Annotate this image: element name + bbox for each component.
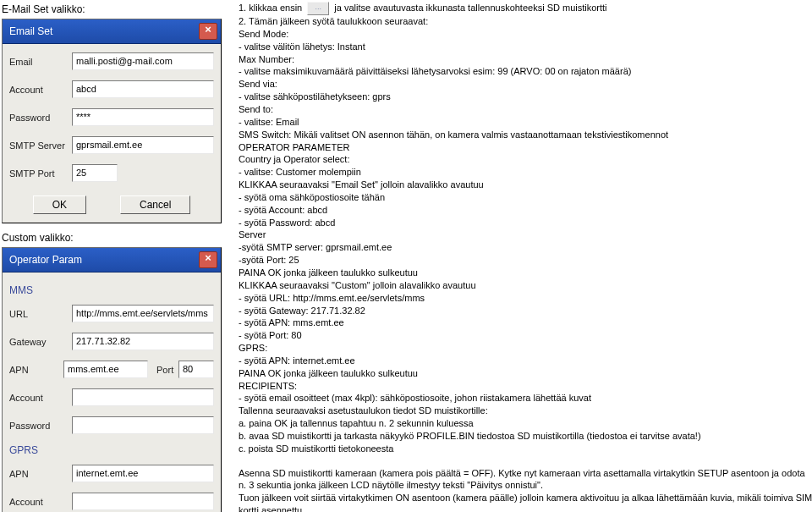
label-apn: APN xyxy=(9,365,63,375)
instruction-line: PAINA OK jonka jälkeen taulukko sulkeutu… xyxy=(239,367,812,380)
label-port: Port xyxy=(156,365,178,375)
mms-heading: MMS xyxy=(9,284,214,296)
instruction-list-b: Asenna SD muistikortti kameraan (kamera … xyxy=(239,467,812,512)
label-smtp-port: SMTP Port xyxy=(9,168,72,179)
instruction-line: - valitse sähköpostilähetykseen: gprs xyxy=(239,91,812,103)
instruction-line: - syötä Password: abcd xyxy=(239,217,812,229)
instruction-line: -syötä Port: 25 xyxy=(239,254,812,267)
instruction-line: Country ja Operator select: xyxy=(239,153,812,166)
custom-caption: Custom valikko: xyxy=(2,232,230,244)
smtp-server-field[interactable]: gprsmail.emt.ee xyxy=(72,136,214,154)
instruction-line: KLIKKAA seuraavaksi "Custom" jolloin ala… xyxy=(239,279,812,292)
email-field[interactable]: malli.posti@g-mail.com xyxy=(72,52,214,70)
instruction-line: Asenna SD muistikortti kameraan (kamera … xyxy=(239,467,812,493)
instruction-line: RECIPIENTS: xyxy=(239,380,812,393)
instruction-line: Tuon jälkeen voit siirtää virtakytkimen … xyxy=(239,492,812,512)
url-field[interactable]: http://mms.emt.ee/servlets/mms xyxy=(72,305,214,322)
gprs-account-field[interactable] xyxy=(72,493,214,510)
instruction-line: GPRS: xyxy=(239,342,812,355)
account-field[interactable]: abcd xyxy=(72,80,214,98)
close-icon[interactable]: × xyxy=(199,23,217,40)
email-set-caption: E-Mail Set valikko: xyxy=(2,3,230,15)
instruction-line: -syötä SMTP server: gprsmail.emt.ee xyxy=(239,241,812,254)
mms-password-field[interactable] xyxy=(72,416,214,434)
label-email: Email xyxy=(9,57,72,67)
ok-button[interactable]: OK xyxy=(33,195,86,214)
step-1: 1. klikkaa ensin … ja valitse avautuvast… xyxy=(239,2,812,15)
smtp-port-field[interactable]: 25 xyxy=(72,164,118,182)
email-set-body: Email malli.posti@g-mail.com Account abc… xyxy=(3,44,221,223)
instruction-line: - syötä email osoitteet (max 4kpl): sähk… xyxy=(239,392,812,405)
label-mms-account: Account xyxy=(9,393,72,403)
label-gprs-account: Account xyxy=(9,497,72,507)
cancel-button[interactable]: Cancel xyxy=(120,195,190,214)
operator-window: Operator Param × MMS URL http://mms.emt.… xyxy=(2,247,222,512)
instructions: 1. klikkaa ensin … ja valitse avautuvast… xyxy=(230,2,812,512)
instruction-line: - syötä URL: http://mms.emt.ee/servlets/… xyxy=(239,292,812,305)
instruction-line: a. paina OK ja tallennus tapahtuu n. 2 s… xyxy=(239,417,812,430)
email-set-window: Email Set × Email malli.posti@g-mail.com… xyxy=(2,19,222,223)
label-gateway: Gateway xyxy=(9,337,72,347)
instruction-line: OPERATOR PARAMETER xyxy=(239,141,812,154)
instruction-line: b. avaa SD muistikortti ja tarkasta näky… xyxy=(239,430,812,443)
instruction-line: Send via: xyxy=(239,78,812,91)
email-set-title: Email Set xyxy=(9,25,199,37)
operator-titlebar: Operator Param × xyxy=(3,248,221,273)
label-url: URL xyxy=(9,309,72,319)
gprs-apn-field[interactable]: internet.emt.ee xyxy=(72,465,214,482)
instruction-line: - valitse maksimikuvamäärä päivittäiseks… xyxy=(239,65,812,78)
instruction-line: - syötä Port: 80 xyxy=(239,329,812,342)
gateway-field[interactable]: 217.71.32.82 xyxy=(72,333,214,350)
instruction-line: - syötä Account: abcd xyxy=(239,204,812,217)
label-smtp-server: SMTP Server xyxy=(9,140,72,151)
gprs-heading: GPRS xyxy=(9,444,214,456)
instruction-line: c. poista SD muistikortti tietokoneesta xyxy=(239,443,812,455)
instruction-line: Server xyxy=(239,228,812,241)
instruction-line: - syötä APN: mms.emt.ee xyxy=(239,317,812,329)
close-icon[interactable]: × xyxy=(199,251,217,268)
instruction-line: Tallenna seuraavaksi asetustaulukon tied… xyxy=(239,405,812,417)
instruction-line: - syötä APN: internet.emt.ee xyxy=(239,355,812,367)
label-gprs-apn: APN xyxy=(9,469,72,479)
step-1-a: 1. klikkaa ensin xyxy=(239,3,302,13)
instruction-line: Send to: xyxy=(239,103,812,116)
instruction-line: - syötä oma sähköpostiosoite tähän xyxy=(239,191,812,204)
apn-field[interactable]: mms.emt.ee xyxy=(63,361,148,378)
mms-account-field[interactable] xyxy=(72,388,214,406)
label-account: Account xyxy=(9,85,72,95)
instruction-line: - valitse: Email xyxy=(239,116,812,129)
load-icon: … xyxy=(307,2,329,15)
email-set-titlebar: Email Set × xyxy=(3,19,221,44)
left-column: E-Mail Set valikko: Email Set × Email ma… xyxy=(2,2,230,512)
step-2: 2. Tämän jälkeen syötä taulukkoon seuraa… xyxy=(239,15,812,28)
instruction-list-a: Send Mode: - valitse välitön lähetys: In… xyxy=(239,28,812,455)
operator-title: Operator Param xyxy=(9,254,199,266)
label-mms-password: Password xyxy=(9,421,72,431)
port-field[interactable]: 80 xyxy=(178,361,214,378)
step-1-b: ja valitse avautuvasta ikkunasta tallenn… xyxy=(334,3,606,13)
password-field[interactable]: **** xyxy=(72,108,214,126)
instruction-line: - valitse välitön lähetys: Instant xyxy=(239,41,812,53)
instruction-line: PAINA OK jonka jälkeen taulukko sulkeutu… xyxy=(239,267,812,279)
instruction-line: - valitse: Customer molempiin xyxy=(239,166,812,179)
instruction-line: SMS Switch: Mikäli valitset ON asennon t… xyxy=(239,129,812,141)
instruction-line: Send Mode: xyxy=(239,28,812,41)
instruction-line: Max Number: xyxy=(239,53,812,66)
instruction-line: - syötä Gateway: 217.71.32.82 xyxy=(239,305,812,317)
operator-body: MMS URL http://mms.emt.ee/servlets/mms G… xyxy=(3,273,221,512)
label-password: Password xyxy=(9,113,72,123)
instruction-line: KLIKKAA seuraavaksi "Email Set" jolloin … xyxy=(239,179,812,191)
